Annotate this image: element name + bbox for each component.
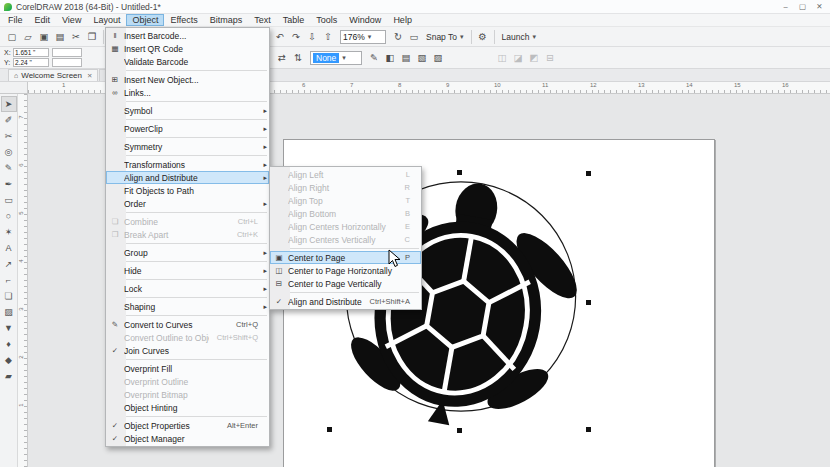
menubar-item-tools[interactable]: Tools — [310, 14, 343, 26]
menu-item-links[interactable]: ∞Links... — [106, 86, 269, 99]
pick-tool[interactable]: ➤ — [1, 96, 17, 112]
show-fullscreen-icon[interactable]: ▭ — [406, 29, 422, 44]
selection-handle[interactable] — [586, 300, 591, 305]
menu-item-validate-barcode[interactable]: Validate Barcode — [106, 55, 269, 68]
smart-fill-tool[interactable]: ▰ — [1, 368, 17, 384]
save-icon[interactable]: ▣ — [36, 29, 52, 44]
transparency-tool[interactable]: ▨ — [1, 304, 17, 320]
menu-item-order[interactable]: Order▸ — [106, 197, 269, 210]
menubar-item-help[interactable]: Help — [387, 14, 418, 26]
import-icon[interactable]: ⇩ — [304, 29, 320, 44]
menu-item-overprint-fill[interactable]: Overprint Fill — [106, 362, 269, 375]
new-object-icon: ⊞ — [106, 75, 124, 84]
menu-item-object-manager[interactable]: ✓Object Manager — [106, 432, 269, 445]
menubar-item-window[interactable]: Window — [343, 14, 387, 26]
ellipse-tool[interactable]: ○ — [1, 208, 17, 224]
menu-item-insert-new-object[interactable]: ⊞Insert New Object... — [106, 73, 269, 86]
menu-item-center-to-page-vertically[interactable]: ⊟Center to Page Vertically — [270, 277, 421, 290]
object-height-field[interactable] — [52, 58, 82, 67]
zoom-level-combo[interactable]: 176% ▾ — [340, 30, 386, 44]
open-folder-icon[interactable]: ▱ — [20, 29, 36, 44]
to-front-icon[interactable]: ▧ — [414, 50, 430, 65]
menubar-item-object[interactable]: Object — [126, 14, 164, 26]
snap-to-button[interactable]: Snap To ▾ — [426, 32, 464, 42]
menu-item-fit-objects-to-path[interactable]: Fit Objects to Path — [106, 184, 269, 197]
tab-welcome-screen[interactable]: ⌂ Welcome Screen ✕ — [8, 69, 98, 81]
menu-item-object-hinting[interactable]: Object Hinting — [106, 401, 269, 414]
menubar-item-edit[interactable]: Edit — [29, 14, 57, 26]
redo-icon[interactable]: ↷ — [288, 29, 304, 44]
fountain-fill-icon[interactable]: ◧ — [382, 50, 398, 65]
ruler-origin[interactable] — [0, 82, 28, 94]
maximize-button[interactable]: ▢ — [794, 0, 811, 13]
menu-item-transformations[interactable]: Transformations▸ — [106, 158, 269, 171]
outline-pen-icon[interactable]: ✎ — [366, 50, 382, 65]
selection-handle[interactable] — [586, 171, 591, 176]
new-document-icon[interactable]: ▢ — [4, 29, 20, 44]
options-gear-icon[interactable]: ⚙ — [475, 29, 491, 44]
menubar-item-text[interactable]: Text — [248, 14, 277, 26]
menubar-item-file[interactable]: File — [2, 14, 29, 26]
menubar-item-view[interactable]: View — [56, 14, 87, 26]
copy-icon[interactable]: ❐ — [84, 29, 100, 44]
menu-item-insert-qr-code[interactable]: ▦Insert QR Code — [106, 42, 269, 55]
launch-button[interactable]: Launch ▾ — [502, 32, 536, 42]
wrap-paragraph-text-icon[interactable]: ▤ — [398, 50, 414, 65]
to-back-icon[interactable]: ▨ — [430, 50, 446, 65]
connector-tool[interactable]: ⌐ — [1, 272, 17, 288]
print-icon[interactable]: ▤ — [52, 29, 68, 44]
drop-shadow-tool[interactable]: ❏ — [1, 288, 17, 304]
rectangle-tool[interactable]: ▭ — [1, 192, 17, 208]
undo-icon[interactable]: ↶ — [272, 29, 288, 44]
polygon-tool[interactable]: ✶ — [1, 224, 17, 240]
menu-item-hide[interactable]: Hide▸ — [106, 264, 269, 277]
menu-item-label: Overprint Outline — [124, 377, 250, 387]
freehand-tool[interactable]: ✎ — [1, 160, 17, 176]
menu-item-symbol[interactable]: Symbol▸ — [106, 104, 269, 117]
mirror-vertical-icon[interactable]: ⇅ — [290, 50, 306, 65]
cut-icon[interactable]: ✂ — [68, 29, 84, 44]
menubar-item-table[interactable]: Table — [277, 14, 311, 26]
mirror-horizontal-icon[interactable]: ⇄ — [274, 50, 290, 65]
ruler-label: 3 — [18, 307, 24, 310]
crop-tool[interactable]: ✂ — [1, 128, 17, 144]
color-eyedropper-tool[interactable]: ▼ — [1, 320, 17, 336]
shape-tool[interactable]: ✐ — [1, 112, 17, 128]
convert-to-curves-icon: ✎ — [106, 320, 124, 329]
outline-pen-tool[interactable]: ♦ — [1, 336, 17, 352]
menu-item-align-and-distribute[interactable]: Align and Distribute▸ — [106, 171, 269, 184]
menu-item-convert-to-curves[interactable]: ✎Convert to CurvesCtrl+Q — [106, 318, 269, 331]
text-tool[interactable]: A — [1, 240, 17, 256]
close-tab-icon[interactable]: ✕ — [87, 72, 92, 80]
parallel-dimension-tool[interactable]: ↗ — [1, 256, 17, 272]
menu-item-object-properties[interactable]: ✓Object PropertiesAlt+Enter — [106, 419, 269, 432]
toolbar-separator — [494, 30, 495, 44]
menu-item-powerclip[interactable]: PowerClip▸ — [106, 122, 269, 135]
menu-item-insert-barcode[interactable]: ‖Insert Barcode... — [106, 29, 269, 42]
menubar-item-layout[interactable]: Layout — [87, 14, 126, 26]
x-position-field[interactable]: 1.651 " — [13, 48, 49, 57]
interactive-fill-tool[interactable]: ◆ — [1, 352, 17, 368]
menubar-item-effects[interactable]: Effects — [164, 14, 203, 26]
menu-item-lock[interactable]: Lock▸ — [106, 282, 269, 295]
menubar-item-bitmaps[interactable]: Bitmaps — [204, 14, 249, 26]
minimize-button[interactable]: – — [777, 0, 794, 13]
zoom-tool[interactable]: ◎ — [1, 144, 17, 160]
menu-item-join-curves[interactable]: ✓Join Curves — [106, 344, 269, 357]
vertical-ruler[interactable]: 7654321 — [18, 94, 28, 467]
outline-width-combo[interactable]: None ▾ — [310, 51, 362, 65]
menu-item-symmetry[interactable]: Symmetry▸ — [106, 140, 269, 153]
selection-handle[interactable] — [457, 170, 462, 175]
close-button[interactable]: ✕ — [811, 0, 828, 13]
refresh-icon[interactable]: ↻ — [390, 29, 406, 44]
y-position-field[interactable]: 2.24 " — [13, 58, 49, 67]
object-width-field[interactable] — [52, 48, 82, 57]
export-icon[interactable]: ⇧ — [320, 29, 336, 44]
menu-item-group[interactable]: Group▸ — [106, 246, 269, 259]
artistic-media-tool[interactable]: ✒ — [1, 176, 17, 192]
selection-handle[interactable] — [327, 427, 332, 432]
menu-item-shaping[interactable]: Shaping▸ — [106, 300, 269, 313]
selection-handle[interactable] — [457, 428, 462, 433]
menu-item-align-and-distribute[interactable]: ✓Align and DistributeCtrl+Shift+A — [270, 295, 421, 308]
selection-handle[interactable] — [586, 427, 591, 432]
